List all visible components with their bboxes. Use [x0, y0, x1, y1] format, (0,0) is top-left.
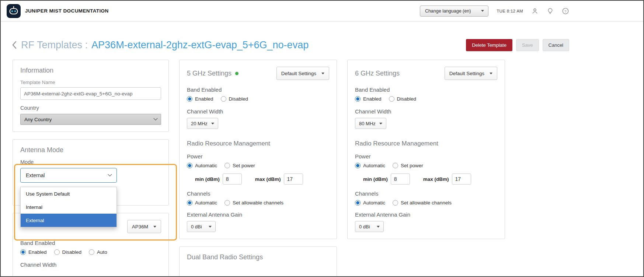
radio-icon: [389, 96, 394, 102]
radio-enabled[interactable]: Enabled: [187, 96, 213, 102]
antenna-mode-title: Antenna Mode: [20, 146, 161, 154]
caret-down-icon: [490, 73, 492, 74]
radio-label: Set allowable channels: [401, 200, 452, 206]
user-icon[interactable]: [531, 7, 539, 15]
page-header: RF Templates : AP36M-external-2ghz-extG-…: [1, 21, 643, 60]
ghz5-channel-width-select[interactable]: 20 MHz: [187, 118, 218, 129]
ghz5-settings-card: 5 GHz Settings Default Settings Band Ena…: [179, 60, 337, 239]
ghz5-band-radio-group: Enabled Disabled: [187, 96, 329, 102]
radio-automatic[interactable]: Automatic: [187, 200, 217, 206]
country-label: Country: [20, 105, 161, 111]
brand-title: JUNIPER MIST DOCUMENTATION: [25, 8, 109, 14]
radio-label: Auto: [97, 249, 107, 255]
max-dbm-input[interactable]: [452, 173, 471, 185]
ap-model-select[interactable]: AP36M: [127, 220, 161, 233]
ghz6-title: 6 GHz Settings: [355, 70, 400, 77]
radio-icon: [393, 200, 398, 206]
power-label: Power: [187, 153, 329, 159]
radio-label: Set power: [233, 163, 255, 168]
channel-width-label: Channel Width: [20, 262, 161, 268]
radio-label: Automatic: [363, 163, 385, 168]
radio-disabled[interactable]: Disabled: [54, 249, 82, 255]
ghz5-antenna-gain-select[interactable]: 0 dBi: [187, 221, 216, 232]
caret-down-icon: [321, 73, 324, 74]
min-dbm-input[interactable]: [391, 173, 410, 185]
radio-label: Set power: [401, 163, 423, 168]
ghz6-power-minmax-row: min (dBm) max (dBm): [363, 173, 497, 185]
radio-automatic[interactable]: Automatic: [355, 163, 385, 168]
mode-label: Mode: [20, 159, 161, 165]
caret-down-icon: [211, 123, 214, 125]
radio-set-allowable-channels[interactable]: Set allowable channels: [393, 200, 452, 206]
ghz5-card-head: 5 GHz Settings Default Settings: [187, 67, 329, 80]
band-enabled-label: Band Enabled: [355, 87, 497, 93]
delete-template-button[interactable]: Delete Template: [466, 39, 512, 51]
channels-label: Channels: [187, 190, 329, 197]
ghz6-band-radio-group: Enabled Disabled: [355, 96, 497, 102]
max-dbm-label: max (dBm): [423, 176, 449, 182]
juniper-mist-logo-icon: [7, 4, 21, 18]
radio-disabled[interactable]: Disabled: [221, 96, 248, 102]
dropdown-option-use-system-default[interactable]: Use System Default: [21, 187, 116, 200]
change-language-label: Change language (en): [425, 8, 471, 14]
dropdown-option-external[interactable]: External: [21, 214, 116, 227]
ghz5-profile-select[interactable]: Default Settings: [276, 67, 329, 80]
topbar-actions: Change language (en) TUE 8:12 AM: [420, 6, 569, 17]
channel-width-select-value: 80 MHz: [359, 121, 376, 126]
ghz6-card-head: 6 GHz Settings Default Settings: [355, 67, 497, 80]
lightbulb-icon[interactable]: [547, 7, 554, 15]
ghz5-title: 5 GHz Settings: [187, 70, 232, 77]
max-dbm-input[interactable]: [284, 173, 303, 185]
radio-set-power[interactable]: Set power: [393, 163, 423, 168]
radio-selected-icon: [187, 96, 192, 102]
band-enabled-label: Band Enabled: [187, 87, 329, 93]
radio-enabled[interactable]: Enabled: [355, 96, 382, 102]
min-dbm-input[interactable]: [223, 173, 242, 185]
radio-icon: [224, 200, 230, 206]
back-chevron-icon[interactable]: [12, 41, 17, 49]
radio-label: Disabled: [62, 249, 82, 255]
power-label: Power: [355, 153, 497, 159]
save-button[interactable]: Save: [516, 39, 539, 51]
antenna-gain-select-value: 0 dBi: [359, 224, 370, 229]
template-name-input[interactable]: [20, 87, 161, 100]
radio-set-power[interactable]: Set power: [224, 163, 255, 168]
caret-down-icon: [481, 10, 484, 12]
dropdown-option-internal[interactable]: Internal: [21, 200, 116, 214]
caret-down-icon: [377, 226, 380, 228]
radio-selected-icon: [187, 200, 192, 206]
radio-enabled[interactable]: Enabled: [20, 249, 47, 255]
column-left: Information Template Name Country Any Co…: [13, 60, 169, 277]
rrm-title: Radio Resource Management: [355, 140, 497, 147]
change-language-button[interactable]: Change language (en): [420, 6, 488, 17]
radio-set-allowable-channels[interactable]: Set allowable channels: [224, 200, 283, 206]
ghz6-channel-width-select[interactable]: 80 MHz: [355, 118, 386, 129]
help-icon[interactable]: ?: [562, 7, 569, 15]
ghz5-channels-radio-group: Automatic Set allowable channels: [187, 200, 329, 206]
radio-auto[interactable]: Auto: [89, 249, 107, 255]
radio-disabled[interactable]: Disabled: [389, 96, 417, 102]
max-dbm-label: max (dBm): [255, 176, 281, 182]
breadcrumb[interactable]: RF Templates :: [21, 39, 88, 51]
help-glyph: ?: [564, 9, 566, 13]
antenna-mode-dropdown: Use System Default Internal External: [20, 187, 117, 227]
radio-icon: [221, 96, 226, 102]
country-select[interactable]: Any Country: [20, 114, 161, 125]
cancel-button[interactable]: Cancel: [543, 39, 569, 51]
rrm-title: Radio Resource Management: [187, 140, 329, 147]
ghz6-antenna-gain-select[interactable]: 0 dBi: [355, 221, 384, 232]
content: Information Template Name Country Any Co…: [1, 60, 643, 277]
channel-width-select-value: 20 MHz: [191, 121, 208, 126]
radio-automatic[interactable]: Automatic: [355, 200, 385, 206]
ghz6-settings-card: 6 GHz Settings Default Settings Band Ena…: [347, 60, 505, 239]
ghz6-profile-select[interactable]: Default Settings: [445, 67, 497, 80]
radio-label: Set allowable channels: [233, 200, 283, 206]
radio-label: Automatic: [195, 163, 217, 168]
radio-automatic[interactable]: Automatic: [187, 163, 217, 168]
column-middle: 5 GHz Settings Default Settings Band Ena…: [179, 60, 337, 277]
ghz5-profile-select-value: Default Settings: [281, 71, 316, 76]
caret-down-icon: [153, 226, 156, 228]
radio-selected-icon: [355, 163, 361, 168]
antenna-gain-select-value: 0 dBi: [191, 224, 202, 229]
antenna-mode-select[interactable]: External: [20, 168, 117, 183]
